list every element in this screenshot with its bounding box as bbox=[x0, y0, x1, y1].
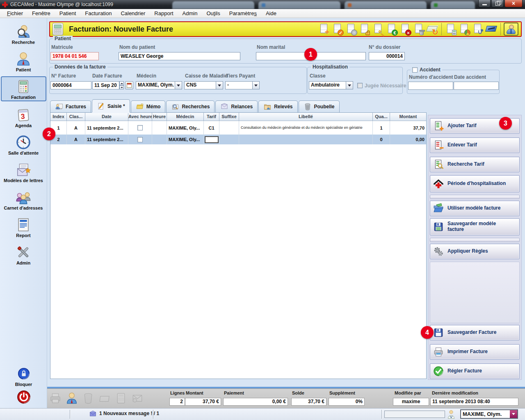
menu-fenetre[interactable]: Fenêtre bbox=[27, 9, 55, 17]
imprimer-facture-button[interactable]: Imprimer Facture bbox=[430, 344, 520, 360]
tab-releves[interactable]: Relevés bbox=[258, 100, 297, 112]
recherche-tarif-button[interactable]: Recherche Tarif bbox=[430, 157, 520, 172]
invoice-report-icon[interactable] bbox=[445, 23, 457, 35]
tab-memo[interactable]: Mémo bbox=[131, 100, 166, 112]
euro-invoice-icon[interactable]: € bbox=[386, 23, 398, 35]
col-tarif[interactable]: Tarif bbox=[204, 113, 219, 121]
menu-rapport[interactable]: Rapport bbox=[150, 9, 178, 17]
sidebar-item-salle-attente[interactable]: Salle d'attente bbox=[1, 132, 46, 157]
new-messages-indicator[interactable]: 1 Nouveaux message ! / 1 bbox=[89, 411, 159, 416]
accident-number-field[interactable] bbox=[408, 82, 453, 90]
new-invoice-icon[interactable]: + bbox=[318, 23, 330, 35]
table-row-selected[interactable]: 2 A 11 septembre 2... MAXIME, Oly... 0 0… bbox=[50, 135, 426, 144]
dossier-number-field[interactable] bbox=[369, 52, 405, 60]
col-quantite[interactable]: Qua... bbox=[373, 113, 390, 121]
tab-saisie[interactable]: Saisie * bbox=[92, 99, 130, 112]
tab-recherches[interactable]: Recherches bbox=[166, 100, 215, 112]
close-button[interactable] bbox=[504, 0, 523, 7]
accident-date-field[interactable] bbox=[454, 82, 499, 90]
avec-heure-checkbox[interactable] bbox=[137, 137, 143, 142]
chevron-down-icon[interactable] bbox=[510, 410, 517, 418]
patient-name-field[interactable] bbox=[119, 52, 240, 60]
col-libelle[interactable]: Libellé bbox=[239, 113, 373, 121]
folder-person-icon bbox=[263, 103, 272, 111]
chevron-down-icon[interactable] bbox=[346, 81, 353, 89]
sidebar-item-carnet-adresses[interactable]: Carnet d'adresses bbox=[1, 187, 46, 212]
col-suffixe[interactable]: Suffixe bbox=[219, 113, 239, 121]
lock-invoice-icon[interactable] bbox=[358, 23, 371, 35]
patient-icon[interactable] bbox=[66, 391, 78, 405]
date-spinner[interactable] bbox=[119, 81, 124, 89]
medical-report-icon[interactable] bbox=[472, 23, 484, 35]
col-medecin[interactable]: Médecin bbox=[167, 113, 204, 121]
minimize-button[interactable] bbox=[478, 0, 491, 7]
menu-calendrier[interactable]: Calendrier bbox=[116, 9, 150, 17]
col-heure[interactable]: Heure bbox=[152, 113, 167, 121]
sidebar-item-modeles-lettres[interactable]: Modèles de lettres bbox=[1, 160, 46, 185]
regler-facture-button[interactable]: Régler Facture bbox=[430, 363, 520, 379]
current-user-icon[interactable] bbox=[504, 23, 518, 36]
montant-label: Montant bbox=[186, 390, 203, 395]
menu-fichier[interactable]: Fichier bbox=[2, 9, 27, 17]
judged-necessary-checkbox[interactable] bbox=[357, 83, 363, 88]
health-fund-select[interactable]: CNS bbox=[184, 81, 223, 89]
menu-parametres[interactable]: Paramètres bbox=[225, 9, 261, 17]
menu-outils[interactable]: Outils bbox=[202, 9, 224, 17]
tarif-edit-input[interactable] bbox=[205, 136, 219, 143]
doctor-select[interactable]: MAXIME, Olym. bbox=[136, 81, 182, 89]
sidebar-item-patient[interactable]: Patient bbox=[1, 49, 46, 74]
checkbook-icon[interactable] bbox=[485, 23, 498, 35]
accident-checkbox[interactable] bbox=[412, 67, 418, 73]
delete-invoice-icon[interactable] bbox=[413, 23, 425, 35]
invoice-number-field[interactable] bbox=[50, 81, 91, 89]
tab-factures[interactable]: Factures bbox=[50, 100, 91, 112]
avec-heure-checkbox[interactable] bbox=[137, 125, 143, 130]
key-invoice-icon[interactable] bbox=[372, 23, 384, 35]
tab-poubelle[interactable]: Poubelle bbox=[299, 100, 340, 112]
utiliser-modele-button[interactable]: Utiliser modèle facture bbox=[430, 201, 520, 216]
calendar-picker-button[interactable] bbox=[125, 81, 133, 89]
power-button[interactable] bbox=[0, 390, 47, 406]
restore-button[interactable] bbox=[491, 0, 504, 7]
chevron-down-icon[interactable] bbox=[252, 81, 260, 89]
col-date[interactable]: Date bbox=[85, 113, 128, 121]
sauvegarder-modele-button[interactable]: Sauvegarder modèle facture bbox=[430, 218, 520, 235]
menu-aide[interactable]: Aide bbox=[261, 9, 281, 17]
envelope-icon-disabled[interactable] bbox=[131, 391, 144, 405]
tab-relances[interactable]: Relances bbox=[215, 100, 258, 112]
pending-invoice-icon[interactable] bbox=[345, 23, 357, 35]
third-party-select[interactable]: - bbox=[225, 81, 260, 89]
table-row[interactable]: 1 A 11 septembre 2... MAXIME, Oly... C1 … bbox=[50, 121, 426, 135]
sidebar-item-facturation[interactable]: Facturation bbox=[1, 76, 46, 101]
matricule-field[interactable] bbox=[50, 52, 99, 60]
user-select[interactable]: MAXIME, Olym. bbox=[460, 409, 518, 419]
calculator-icon-disabled[interactable] bbox=[115, 391, 127, 405]
appliquer-regles-button[interactable]: Appliquer Règles bbox=[430, 244, 520, 259]
class-select[interactable]: Ambulatoire bbox=[309, 81, 353, 89]
chevron-down-icon[interactable] bbox=[216, 81, 223, 89]
sidebar-item-admin[interactable]: Admin bbox=[1, 242, 46, 267]
statistics-icon[interactable] bbox=[458, 23, 470, 35]
col-avec-heure[interactable]: Avec heure bbox=[128, 113, 152, 121]
validate-invoice-icon[interactable]: ✓ bbox=[331, 23, 344, 35]
col-index[interactable]: Index bbox=[50, 113, 67, 121]
col-classe[interactable]: Clas... bbox=[67, 113, 85, 121]
menu-patient[interactable]: Patient bbox=[55, 9, 80, 17]
sauvegarder-facture-button[interactable]: Sauvegarder Facture bbox=[430, 325, 520, 340]
memo-icon-disabled[interactable] bbox=[98, 391, 111, 405]
print-icon-disabled[interactable] bbox=[49, 391, 62, 405]
sidebar-item-agenda[interactable]: 3 Agenda bbox=[1, 105, 46, 130]
sidebar-item-recherche[interactable]: Recherche bbox=[1, 21, 46, 46]
trash-icon-disabled[interactable] bbox=[82, 391, 94, 405]
sidebar-item-report[interactable]: Report bbox=[1, 215, 46, 240]
menu-admin[interactable]: Admin bbox=[178, 9, 202, 17]
chevron-down-icon[interactable] bbox=[175, 81, 182, 89]
refund-icon[interactable]: ↻ bbox=[426, 23, 438, 35]
cancel-invoice-icon[interactable]: × bbox=[399, 23, 411, 35]
enlever-tarif-button[interactable]: Enlever Tarif bbox=[430, 137, 520, 153]
menu-facturation[interactable]: Facturation bbox=[80, 9, 116, 17]
sidebar-item-bloquer[interactable]: Bloquer bbox=[0, 368, 47, 387]
col-montant[interactable]: Montant bbox=[390, 113, 426, 121]
invoice-date-field[interactable] bbox=[92, 81, 119, 89]
periode-hospitalisation-button[interactable]: Période d'hospitalisation bbox=[430, 175, 520, 192]
